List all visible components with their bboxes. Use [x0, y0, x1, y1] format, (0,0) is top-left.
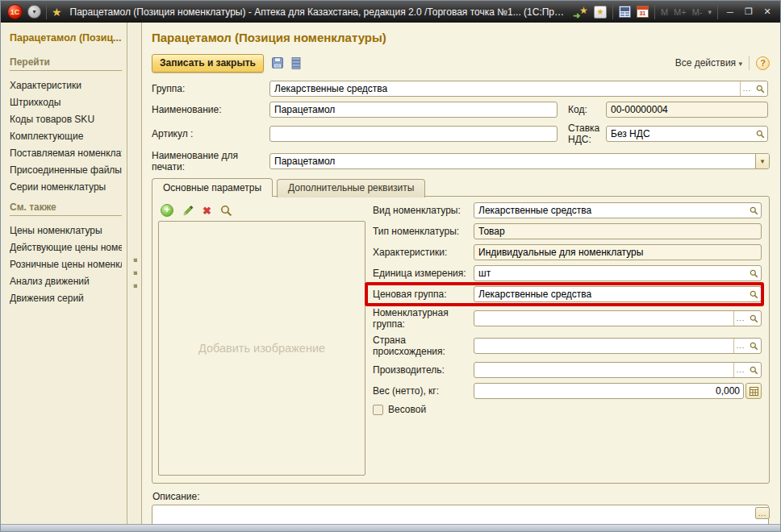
favorites-star-icon[interactable]: ★ [52, 6, 62, 18]
description-ellipsis-button[interactable]: ... [755, 507, 770, 519]
nomenclature-kind-label: Вид номенклатуры: [373, 205, 474, 216]
main-parameters-panel: + ✖ До [152, 196, 770, 484]
titlebar-separator [612, 5, 613, 19]
sidebar-item-nomenclature-prices[interactable]: Цены номенклатуры [10, 222, 122, 239]
characteristics-field: Индивидуальные для номенклатуры [474, 244, 762, 260]
sidebar-section-see-also: См. также [10, 202, 122, 216]
tab-strip: Основные параметры Дополнительные реквиз… [152, 177, 770, 196]
command-bar: Записать и закрыть [152, 53, 770, 73]
country-ellipsis-button[interactable]: ... [733, 339, 747, 353]
sidebar-item-movement-analysis[interactable]: Анализ движений [10, 272, 122, 289]
manufacturer-ellipsis-button[interactable]: ... [733, 363, 747, 377]
nomenclature-group-search-icon[interactable] [747, 311, 761, 326]
tab-additional-attributes[interactable]: Дополнительные реквизиты [277, 179, 425, 197]
show-in-list-icon[interactable] [291, 57, 301, 69]
memory-m-minus-button[interactable]: M- [692, 7, 703, 17]
toolbar-overflow-icon[interactable]: ▾ [708, 8, 712, 16]
price-group-field[interactable]: Лекарственные средства [474, 286, 762, 302]
navigation-sidebar: Парацетамол (Позиц... Перейти Характерис… [1, 23, 127, 524]
nomenclature-group-label: Номенклатурная группа: [373, 307, 474, 330]
unit-search-icon[interactable] [747, 266, 761, 281]
sidebar-item-nomenclature-series[interactable]: Серии номенклатуры [10, 178, 122, 195]
nomenclature-group-ellipsis-button[interactable]: ... [733, 311, 747, 326]
close-button[interactable]: ✕ [761, 6, 774, 17]
divider [749, 56, 750, 70]
print-name-dropdown-icon[interactable]: ▾ [755, 154, 769, 168]
memory-m-plus-button[interactable]: M+ [674, 7, 687, 17]
titlebar-separator [654, 5, 655, 19]
nomenclature-kind-value: Лекарственные средства [478, 205, 747, 216]
find-image-icon[interactable] [220, 205, 232, 217]
minimize-button[interactable]: ─ [724, 7, 737, 17]
calendar-icon[interactable]: 31 [637, 6, 649, 18]
save-icon[interactable] [271, 56, 284, 69]
product-image-dropzone[interactable]: Добавить изображение [158, 221, 365, 476]
sidebar-section-goto: Перейти [10, 56, 122, 71]
sidebar-item-sku-codes[interactable]: Коды товаров SKU [10, 110, 122, 127]
sidebar-item-barcodes[interactable]: Штрихкоды [10, 94, 122, 110]
name-value: Парацетамол [274, 104, 557, 115]
description-textarea[interactable] [152, 505, 769, 524]
characteristics-value: Индивидуальные для номенклатуры [478, 247, 761, 258]
add-image-icon[interactable]: + [161, 204, 173, 217]
sidebar-item-supplied-nomenclature[interactable]: Поставляемая номенклат... [10, 144, 122, 161]
nomenclature-group-field[interactable]: ... [474, 310, 762, 326]
sidebar-item-components[interactable]: Комплектующие [10, 127, 122, 144]
sidebar-item-retail-prices[interactable]: Розничные цены номенкл... [10, 256, 122, 272]
weighted-checkbox[interactable] [373, 405, 383, 415]
nomenclature-kind-search-icon[interactable] [747, 203, 761, 218]
code-label: Код: [558, 104, 606, 115]
group-label: Группа: [152, 83, 269, 94]
weight-calculator-icon[interactable] [746, 383, 762, 399]
maximize-button[interactable]: ❐ [742, 6, 755, 17]
vat-search-icon[interactable] [754, 127, 767, 141]
manufacturer-search-icon[interactable] [747, 363, 761, 377]
manufacturer-label: Производитель: [373, 364, 474, 376]
print-name-label: Наименование для печати: [152, 150, 269, 172]
unit-value: шт [478, 268, 747, 279]
system-menu-icon[interactable]: ▾ [27, 5, 41, 19]
help-button[interactable]: ? [756, 56, 770, 70]
characteristics-row: Характеристики: Индивидуальные для номен… [373, 244, 762, 260]
calculator-icon[interactable] [619, 6, 631, 18]
name-field[interactable]: Парацетамол [269, 102, 558, 118]
article-field[interactable] [269, 126, 558, 142]
vat-field[interactable]: Без НДС [606, 126, 768, 142]
print-name-combobox[interactable]: Парацетамол ▾ [269, 153, 770, 169]
save-and-close-button[interactable]: Записать и закрыть [152, 54, 264, 73]
memory-m-button[interactable]: M [661, 7, 668, 17]
country-field[interactable]: ... [474, 338, 762, 354]
print-name-row: Наименование для печати: Парацетамол ▾ [152, 150, 770, 172]
manufacturer-field[interactable]: ... [474, 362, 762, 378]
country-label: Страна происхождения: [373, 335, 474, 357]
tab-main-parameters[interactable]: Основные параметры [152, 178, 273, 197]
image-column: + ✖ До [158, 201, 365, 476]
parameters-column: Вид номенклатуры: Лекарственные средства… [373, 201, 762, 476]
edit-image-icon[interactable] [182, 205, 194, 216]
sidebar-item-attached-files[interactable]: Присоединенные файлы [10, 161, 122, 178]
group-field[interactable]: Лекарственные средства ... [269, 81, 768, 97]
weight-row: Вес (нетто), кг: 0,000 [373, 383, 762, 399]
main-content: Парацетамол (Позиция номенклатуры) Запис… [143, 23, 780, 524]
window-bottom-edge [1, 524, 780, 531]
weight-field[interactable]: 0,000 [474, 383, 744, 399]
nomenclature-kind-field[interactable]: Лекарственные средства [474, 202, 762, 218]
sidebar-item-series-movements[interactable]: Движения серий [10, 289, 122, 306]
article-row: Артикул : Ставка НДС: Без НДС [152, 123, 770, 145]
delete-image-icon[interactable]: ✖ [203, 206, 211, 216]
unit-field[interactable]: шт [474, 265, 762, 281]
nomenclature-type-value: Товар [478, 226, 761, 237]
all-actions-button[interactable]: Все действия ▾ [675, 57, 742, 69]
weighted-label: Весовой [388, 404, 426, 415]
sidebar-item-actual-prices[interactable]: Действующие цены номе... [10, 239, 122, 256]
favorites-panel-icon[interactable]: ★ [594, 6, 607, 19]
sidebar-item-characteristics[interactable]: Характеристики [10, 77, 122, 94]
group-search-icon[interactable] [754, 81, 767, 96]
price-group-search-icon[interactable] [747, 287, 761, 301]
add-to-favorites-icon[interactable]: ★ ➜ [574, 6, 588, 19]
group-ellipsis-button[interactable]: ... [740, 81, 754, 96]
price-group-label: Ценовая группа: [373, 289, 474, 300]
description-wrap: ... [152, 505, 769, 524]
sidebar-splitter[interactable] [128, 23, 142, 524]
country-search-icon[interactable] [747, 339, 761, 353]
